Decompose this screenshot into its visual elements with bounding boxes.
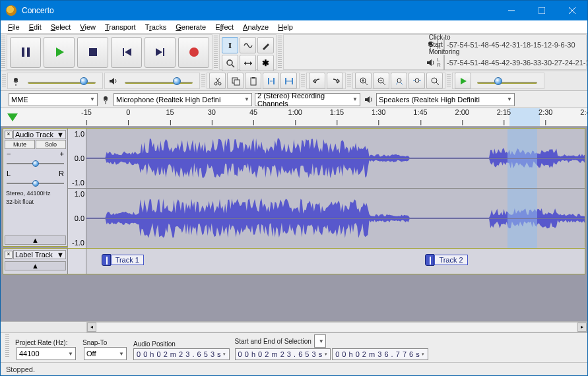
redo-button[interactable] — [327, 73, 343, 89]
playhead-marker-icon[interactable] — [7, 113, 18, 121]
label-text[interactable]: Track 1 — [111, 255, 144, 265]
scroll-left-button[interactable]: ◂ — [87, 323, 96, 332]
track-menu-button[interactable]: Audio Track▼ — [13, 130, 66, 139]
label-text[interactable]: Track 2 — [434, 255, 467, 265]
menu-tracks[interactable]: Tracks — [141, 22, 172, 32]
project-rate-select[interactable]: 44100▼ — [16, 347, 76, 360]
menu-effect[interactable]: Effect — [211, 22, 238, 32]
selection-end-display[interactable]: 0 0 h 0 2 m 3 6 . 7 7 6 s▾ — [332, 348, 428, 360]
track-collapse-button[interactable]: ▲ — [5, 261, 66, 270]
solo-button[interactable]: Solo — [36, 140, 66, 149]
zoom-out-button[interactable] — [373, 73, 389, 89]
track-gain-slider[interactable] — [7, 160, 64, 168]
menu-analyze[interactable]: Analyze — [238, 22, 273, 32]
menu-edit[interactable]: Edit — [24, 22, 46, 32]
pause-button[interactable] — [10, 37, 41, 68]
playback-meter[interactable]: -57-54-51-48-45-42-39-36-33-30-27-24-21-… — [443, 55, 445, 70]
scroll-right-button[interactable]: ▸ — [577, 323, 587, 332]
svg-point-24 — [214, 82, 217, 85]
label-marker[interactable]: Track 1 — [102, 254, 144, 266]
recording-device-select[interactable]: Microphone (Realtek High Defini▼ — [114, 93, 252, 106]
selection-tool-button[interactable]: I — [222, 37, 238, 53]
maximize-button[interactable] — [527, 1, 557, 20]
mute-button[interactable]: Mute — [5, 140, 35, 149]
track-header: × Label Track▼ ▲ — [3, 249, 68, 274]
horizontal-scrollbar[interactable]: ◂ ▸ — [1, 321, 587, 332]
menu-generate[interactable]: Generate — [171, 22, 211, 32]
record-meter[interactable]: -57-54-51-48-45-42-31-18-15-12-9-6-30 Cl… — [443, 37, 445, 52]
envelope-tool-button[interactable] — [240, 37, 256, 53]
audio-position-display[interactable]: 0 0 h 0 2 m 2 3 . 6 5 3 s▾ — [133, 348, 230, 360]
waveform-left[interactable] — [86, 129, 585, 188]
playback-volume-slider[interactable] — [123, 75, 195, 87]
draw-tool-button[interactable] — [257, 37, 274, 53]
stop-button[interactable] — [77, 37, 108, 68]
track-close-button[interactable]: × — [5, 251, 13, 259]
selection-start-display[interactable]: 0 0 h 0 2 m 2 3 . 6 5 3 s▾ — [235, 348, 331, 360]
grip-handle[interactable] — [5, 334, 9, 358]
menu-transport[interactable]: Transport — [100, 22, 141, 32]
svg-rect-11 — [163, 48, 164, 56]
menu-help[interactable]: Help — [273, 22, 298, 32]
trim-button[interactable] — [263, 73, 279, 89]
device-toolbar: MME▼ Microphone (Realtek High Defini▼ 2 … — [1, 91, 587, 108]
fit-project-button[interactable] — [408, 73, 425, 89]
record-button[interactable] — [178, 37, 209, 68]
menu-file[interactable]: File — [3, 22, 24, 32]
lr-label: LR — [437, 57, 442, 68]
label-flag-icon[interactable] — [425, 254, 434, 266]
silence-button[interactable] — [280, 73, 297, 89]
waveform-scale: 1.00.0-1.0 — [68, 129, 86, 188]
label-marker[interactable]: Track 2 — [425, 254, 467, 266]
grip-handle[interactable] — [1, 36, 5, 69]
zoom-tool-button[interactable] — [222, 55, 238, 71]
mic-slider-icon — [11, 74, 21, 88]
track-pan-slider[interactable] — [7, 179, 64, 187]
multi-tool-button[interactable]: ✱ — [257, 55, 274, 71]
snap-to-label: Snap-To — [82, 339, 128, 346]
timeshift-tool-button[interactable] — [240, 55, 256, 71]
waveform-right[interactable] — [86, 189, 585, 248]
zoom-toggle-button[interactable] — [426, 73, 443, 89]
grip-handle[interactable] — [278, 36, 282, 69]
playback-device-select[interactable]: Speakers (Realtek High Definiti▼ — [376, 93, 515, 106]
close-button[interactable] — [557, 1, 587, 20]
track-close-button[interactable]: × — [5, 131, 13, 139]
grip-handle[interactable] — [2, 74, 6, 88]
recording-volume-slider[interactable] — [26, 75, 98, 87]
grip-handle[interactable] — [214, 36, 218, 69]
ruler-tick: 1:30 — [372, 108, 385, 116]
label-flag-icon[interactable] — [102, 254, 111, 266]
skip-end-button[interactable] — [145, 37, 176, 68]
label-area[interactable]: Track 1Track 2 — [86, 249, 585, 274]
audio-host-select[interactable]: MME▼ — [9, 93, 98, 106]
grip-handle[interactable] — [347, 74, 351, 88]
selection-mode-select[interactable]: ▼ — [314, 334, 326, 348]
grip-handle[interactable] — [447, 74, 451, 88]
mixer-toolbar — [7, 73, 103, 89]
fit-selection-button[interactable] — [391, 73, 407, 89]
play-button[interactable] — [44, 37, 75, 68]
zoom-in-button[interactable] — [355, 73, 372, 89]
playatspeed-toolbar — [452, 73, 544, 89]
playback-speed-slider[interactable] — [475, 75, 539, 87]
timeline-ruler[interactable]: -1501530451:001:151:301:452:002:152:302:… — [1, 108, 587, 127]
speaker-meter-icon[interactable] — [425, 55, 436, 70]
selection-label: Start and End of Selection — [235, 338, 311, 345]
skip-start-button[interactable] — [111, 37, 142, 68]
track-collapse-button[interactable]: ▲ — [5, 235, 66, 245]
menu-view[interactable]: View — [75, 22, 100, 32]
recording-channels-select[interactable]: 2 (Stereo) Recording Channels▼ — [255, 93, 360, 106]
grip-handle[interactable] — [201, 74, 205, 88]
ruler-tick: 2:15 — [497, 108, 511, 116]
minimize-button[interactable] — [496, 1, 527, 20]
copy-button[interactable] — [227, 73, 244, 89]
play-at-speed-button[interactable] — [455, 73, 471, 89]
grip-handle[interactable] — [301, 74, 305, 88]
paste-button[interactable] — [245, 73, 261, 89]
menu-select[interactable]: Select — [46, 22, 76, 32]
track-menu-button[interactable]: Label Track▼ — [13, 250, 66, 259]
snap-to-select[interactable]: Off▼ — [84, 347, 127, 360]
cut-button[interactable] — [209, 73, 226, 89]
undo-button[interactable] — [309, 73, 325, 89]
